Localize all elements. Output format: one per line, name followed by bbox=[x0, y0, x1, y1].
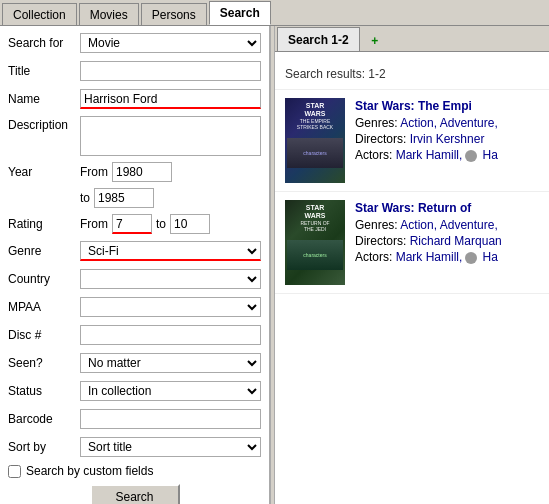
country-select[interactable] bbox=[80, 269, 261, 289]
tab-movies[interactable]: Movies bbox=[79, 3, 139, 25]
result-item-2: STARWARS RETURN OFTHE JEDI characters St… bbox=[275, 192, 549, 294]
seen-label: Seen? bbox=[8, 356, 80, 370]
poster-text-2: STARWARS bbox=[287, 204, 343, 221]
main-container: Search for Movie Series Episode Title Na… bbox=[0, 26, 549, 504]
movie-info-2: Star Wars: Return of Genres: Action, Adv… bbox=[355, 200, 539, 266]
actors-link-1[interactable]: Mark Hamill, bbox=[396, 148, 463, 162]
movie-title-1[interactable]: Star Wars: The Empi bbox=[355, 98, 539, 113]
custom-fields-row: Search by custom fields bbox=[8, 464, 261, 478]
movie-actors-1: Actors: Mark Hamill, Ha bbox=[355, 148, 539, 162]
rating-from-input[interactable] bbox=[112, 214, 152, 234]
rating-row: Rating From to bbox=[8, 214, 261, 234]
barcode-input[interactable] bbox=[80, 409, 261, 429]
year-label: Year bbox=[8, 165, 80, 179]
rating-to-label: to bbox=[156, 217, 166, 231]
results-panel: Search 1-2 + Search results: 1-2 STARWAR… bbox=[275, 26, 549, 504]
mpaa-row: MPAA bbox=[8, 296, 261, 318]
country-label: Country bbox=[8, 272, 80, 286]
results-heading: Search results: 1-2 bbox=[275, 52, 549, 90]
poster-text-1: STARWARS bbox=[287, 102, 343, 119]
country-row: Country bbox=[8, 268, 261, 290]
status-select[interactable]: In collection Wishlist Ordered bbox=[80, 381, 261, 401]
movie-directors-2: Directors: Richard Marquan bbox=[355, 234, 539, 248]
sort-by-label: Sort by bbox=[8, 440, 80, 454]
genre-row: Genre Sci-Fi Action Drama Comedy Thrille… bbox=[8, 240, 261, 262]
movie-directors-1: Directors: Irvin Kershner bbox=[355, 132, 539, 146]
actor-icon-2 bbox=[465, 252, 477, 264]
search-form-panel: Search for Movie Series Episode Title Na… bbox=[0, 26, 270, 504]
movie-actors-2: Actors: Mark Hamill, Ha bbox=[355, 250, 539, 264]
actor-truncated-1[interactable]: Ha bbox=[482, 148, 497, 162]
year-from-row: Year From bbox=[8, 162, 261, 182]
genre-select[interactable]: Sci-Fi Action Drama Comedy Thriller bbox=[80, 241, 261, 261]
custom-fields-checkbox[interactable] bbox=[8, 465, 21, 478]
title-input[interactable] bbox=[80, 61, 261, 81]
movie-title-2[interactable]: Star Wars: Return of bbox=[355, 200, 539, 215]
sort-by-row: Sort by Sort title Title Year Rating bbox=[8, 436, 261, 458]
search-for-select[interactable]: Movie Series Episode bbox=[80, 33, 261, 53]
movie-poster-1: STARWARS THE EMPIRESTRIKES BACK characte… bbox=[285, 98, 345, 183]
rating-from-label: From bbox=[80, 217, 108, 231]
barcode-label: Barcode bbox=[8, 412, 80, 426]
actor-icon-1 bbox=[465, 150, 477, 162]
name-row: Name bbox=[8, 88, 261, 110]
rating-to-input[interactable] bbox=[170, 214, 210, 234]
result-item-1: STARWARS THE EMPIRESTRIKES BACK characte… bbox=[275, 90, 549, 192]
right-tab-bar: Search 1-2 + bbox=[275, 26, 549, 52]
year-from-label: From bbox=[80, 165, 108, 179]
genres-link-2[interactable]: Action, Adventure, bbox=[400, 218, 497, 232]
description-row: Description bbox=[8, 116, 261, 156]
movie-poster-2: STARWARS RETURN OFTHE JEDI characters bbox=[285, 200, 345, 285]
actor-truncated-2[interactable]: Ha bbox=[482, 250, 497, 264]
custom-fields-label: Search by custom fields bbox=[26, 464, 153, 478]
description-input[interactable] bbox=[80, 116, 261, 156]
title-row: Title bbox=[8, 60, 261, 82]
rating-label: Rating bbox=[8, 217, 80, 231]
disc-row: Disc # bbox=[8, 324, 261, 346]
disc-label: Disc # bbox=[8, 328, 80, 342]
mpaa-label: MPAA bbox=[8, 300, 80, 314]
year-to-input[interactable] bbox=[94, 188, 154, 208]
year-to-row: to bbox=[8, 188, 261, 208]
search-for-row: Search for Movie Series Episode bbox=[8, 32, 261, 54]
description-label: Description bbox=[8, 116, 80, 132]
movie-genres-2: Genres: Action, Adventure, bbox=[355, 218, 539, 232]
genre-label: Genre bbox=[8, 244, 80, 258]
add-tab-button[interactable]: + bbox=[364, 31, 386, 51]
tab-search[interactable]: Search bbox=[209, 1, 271, 25]
actors-link-2[interactable]: Mark Hamill, bbox=[396, 250, 463, 264]
movie-genres-1: Genres: Action, Adventure, bbox=[355, 116, 539, 130]
results-tab[interactable]: Search 1-2 bbox=[277, 27, 360, 51]
search-for-label: Search for bbox=[8, 36, 80, 50]
year-to-label: to bbox=[80, 191, 90, 205]
name-input[interactable] bbox=[80, 89, 261, 109]
mpaa-select[interactable] bbox=[80, 297, 261, 317]
barcode-row: Barcode bbox=[8, 408, 261, 430]
search-button[interactable]: Search bbox=[90, 484, 180, 504]
tab-persons[interactable]: Persons bbox=[141, 3, 207, 25]
directors-link-2[interactable]: Richard Marquan bbox=[410, 234, 502, 248]
directors-link-1[interactable]: Irvin Kershner bbox=[410, 132, 485, 146]
status-label: Status bbox=[8, 384, 80, 398]
tab-collection[interactable]: Collection bbox=[2, 3, 77, 25]
seen-row: Seen? No matter Yes No bbox=[8, 352, 261, 374]
sort-by-select[interactable]: Sort title Title Year Rating bbox=[80, 437, 261, 457]
movie-info-1: Star Wars: The Empi Genres: Action, Adve… bbox=[355, 98, 539, 164]
title-label: Title bbox=[8, 64, 80, 78]
genres-link-1[interactable]: Action, Adventure, bbox=[400, 116, 497, 130]
left-tab-bar: Collection Movies Persons Search bbox=[0, 0, 549, 26]
year-from-input[interactable] bbox=[112, 162, 172, 182]
status-row: Status In collection Wishlist Ordered bbox=[8, 380, 261, 402]
name-label: Name bbox=[8, 92, 80, 106]
seen-select[interactable]: No matter Yes No bbox=[80, 353, 261, 373]
disc-input[interactable] bbox=[80, 325, 261, 345]
